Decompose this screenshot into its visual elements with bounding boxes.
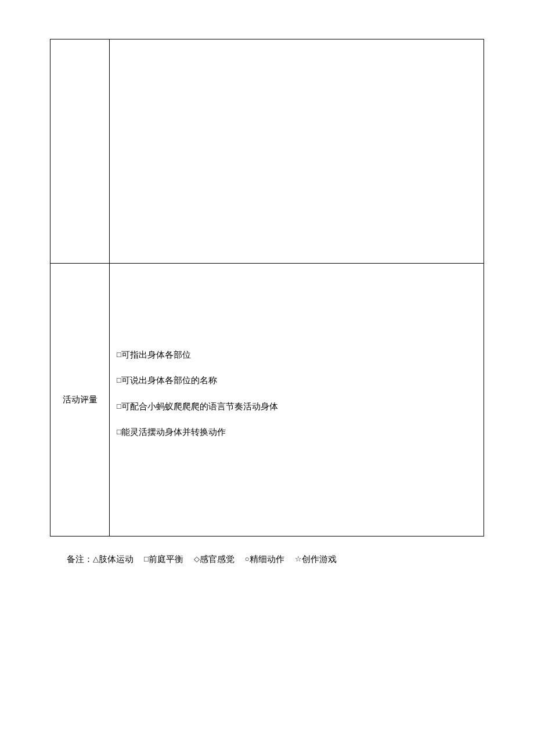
legend-item: □前庭平衡	[144, 554, 183, 565]
legend-item: ☆创作游戏	[295, 554, 337, 565]
checkbox-item: □可指出身体各部位	[117, 348, 477, 362]
legend-label: 前庭平衡	[149, 555, 183, 564]
row2-label-cell: 活动评量	[50, 264, 110, 537]
checkbox-mark: □	[117, 402, 121, 411]
checkbox-label: 能灵活摆动身体并转换动作	[121, 427, 226, 437]
row1-content-cell	[110, 39, 484, 264]
table-row: 活动评量 □可指出身体各部位 □可说出身体各部位的名称 □可配合小蚂蚁爬爬爬的语…	[50, 264, 484, 537]
legend-label: 精细动作	[250, 555, 284, 564]
legend-label: 创作游戏	[302, 555, 337, 564]
triangle-icon: △	[93, 555, 99, 563]
checkbox-item: □能灵活摆动身体并转换动作	[117, 426, 477, 439]
table-container: 活动评量 □可指出身体各部位 □可说出身体各部位的名称 □可配合小蚂蚁爬爬爬的语…	[50, 39, 484, 537]
footnote-prefix: 备注：	[67, 555, 93, 564]
legend-label: 肢体运动	[99, 555, 134, 564]
legend-item: △肢体运动	[93, 554, 134, 565]
footnote-legend: 备注：△肢体运动□前庭平衡◇感官感觉○精细动作☆创作游戏	[67, 554, 337, 565]
circle-icon: ○	[245, 555, 250, 563]
checkbox-label: 可说出身体各部位的名称	[121, 376, 217, 385]
checkbox-mark: □	[117, 376, 121, 384]
legend-item: ○精细动作	[245, 554, 284, 565]
checkbox-item: □可说出身体各部位的名称	[117, 374, 477, 387]
row2-content-cell: □可指出身体各部位 □可说出身体各部位的名称 □可配合小蚂蚁爬爬爬的语言节奏活动…	[110, 264, 484, 537]
activity-table: 活动评量 □可指出身体各部位 □可说出身体各部位的名称 □可配合小蚂蚁爬爬爬的语…	[50, 39, 484, 537]
checkbox-label: 可配合小蚂蚁爬爬爬的语言节奏活动身体	[121, 402, 278, 411]
square-icon: □	[144, 555, 149, 563]
row2-label: 活动评量	[63, 395, 98, 404]
legend-item: ◇感官感觉	[194, 554, 234, 565]
document-page: 活动评量 □可指出身体各部位 □可说出身体各部位的名称 □可配合小蚂蚁爬爬爬的语…	[0, 0, 534, 756]
legend-label: 感官感觉	[200, 555, 234, 564]
checkbox-mark: □	[117, 350, 121, 359]
checkbox-item: □可配合小蚂蚁爬爬爬的语言节奏活动身体	[117, 400, 477, 413]
table-row	[50, 39, 484, 264]
checkbox-label: 可指出身体各部位	[121, 350, 191, 359]
diamond-icon: ◇	[194, 555, 200, 563]
star-icon: ☆	[295, 555, 302, 563]
checkbox-mark: □	[117, 427, 121, 436]
row1-label-cell	[50, 39, 110, 264]
